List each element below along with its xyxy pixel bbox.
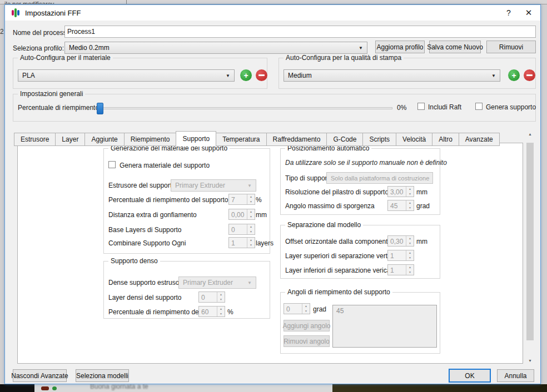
- pillar-resolution-label: Risoluzione del pilastro di supporto: [285, 188, 389, 196]
- spinner-arrows-icon[interactable]: ▲▼: [247, 209, 255, 219]
- profile-select[interactable]: Medio 0.2mm▼: [64, 42, 367, 54]
- scroll-down-icon[interactable]: ▾: [525, 356, 535, 365]
- tab-raffreddamento[interactable]: Raffreddamento: [266, 133, 327, 146]
- spinner-arrows-icon[interactable]: ▲▼: [406, 250, 414, 260]
- close-icon[interactable]: ✕: [520, 5, 537, 21]
- tab-aggiunte[interactable]: Aggiunte: [84, 133, 124, 146]
- remove-angle-button[interactable]: Rimuovi angolo: [284, 335, 330, 347]
- toast-logo: [41, 386, 49, 390]
- dense-layers-spinner[interactable]: 0 ▲▼: [198, 292, 225, 303]
- tab-layer[interactable]: Layer: [55, 133, 85, 146]
- help-button[interactable]: ?: [500, 5, 517, 21]
- combine-support-unit: layers: [256, 239, 274, 247]
- auto-quality-group: Auto-Configura per la qualità di stampa …: [279, 58, 536, 89]
- auto-material-title: Auto-Configura per il materiale: [18, 54, 113, 62]
- support-type-select[interactable]: Solo dalla piattaforma di costruzione▼: [326, 172, 433, 184]
- ok-button[interactable]: OK: [449, 369, 491, 383]
- chevron-down-icon: ▼: [359, 46, 363, 51]
- tab-scripts[interactable]: Scripts: [362, 133, 396, 146]
- lower-separation-label: Layer inferiori di separazione vericale: [285, 267, 396, 274]
- spinner-arrows-icon[interactable]: ▲▼: [406, 265, 414, 275]
- dense-infill-label: Percentuale di riempimento denso: [108, 308, 210, 316]
- remove-profile-button[interactable]: Rimuovi: [486, 41, 536, 53]
- spinner-arrows-icon[interactable]: ▲▼: [247, 224, 255, 234]
- horizontal-offset-spinner[interactable]: 0,30 ▲▼: [387, 235, 414, 247]
- combine-support-label: Combinare Supporto Ogni: [108, 239, 186, 247]
- generate-support-checkbox[interactable]: [475, 103, 483, 110]
- model-separation-title: Separazione dal modello: [285, 221, 363, 229]
- add-material-icon[interactable]: +: [240, 69, 252, 81]
- remove-material-icon[interactable]: [256, 69, 267, 81]
- angles-listbox[interactable]: 45: [332, 305, 437, 348]
- process-name-label: Nome del processo:: [13, 29, 72, 37]
- screen: ile per modificarey 2 Buona giornata a t…: [0, 0, 547, 392]
- add-quality-icon[interactable]: +: [508, 69, 520, 81]
- spinner-arrows-icon[interactable]: ▲▼: [247, 238, 255, 248]
- spinner-arrows-icon[interactable]: ▲▼: [217, 306, 225, 316]
- hide-advanced-button[interactable]: Nascondi Avanzate: [13, 369, 67, 382]
- quality-select[interactable]: Medium▼: [284, 69, 500, 82]
- title-bar[interactable]: Impostazioni FFF ? ✕: [5, 5, 540, 21]
- select-models-button[interactable]: Seleziona modelli: [76, 369, 129, 382]
- tab-riempimento[interactable]: Riempimento: [124, 133, 177, 146]
- pillar-resolution-unit: mm: [416, 188, 427, 196]
- horizontal-offset-label: Offset orizzontale dalla componente: [285, 238, 391, 245]
- background-window-text: ile per modificarey: [4, 1, 54, 4]
- background-window-divider: [126, 0, 127, 4]
- angle-spinner[interactable]: 0 ▲▼: [284, 303, 310, 314]
- spinner-arrows-icon[interactable]: ▲▼: [302, 304, 310, 314]
- angles-list-item[interactable]: 45: [336, 307, 344, 315]
- cancel-button[interactable]: Annulla: [497, 369, 534, 382]
- dense-infill-spinner[interactable]: 60 ▲▼: [198, 306, 225, 317]
- scroll-up-icon[interactable]: ▴: [525, 129, 535, 138]
- infill-slider-handle[interactable]: [97, 103, 103, 114]
- lower-separation-spinner[interactable]: 1 ▲▼: [387, 264, 414, 275]
- dense-infill-unit: %: [227, 308, 233, 316]
- add-angle-button[interactable]: Aggiungi angolo: [284, 320, 330, 331]
- remove-quality-icon[interactable]: [524, 69, 535, 81]
- support-infill-spinner[interactable]: 7 ▲▼: [228, 194, 255, 205]
- generate-support-material-checkbox[interactable]: [108, 161, 116, 168]
- spinner-arrows-icon[interactable]: ▲▼: [217, 292, 225, 302]
- fff-settings-dialog: Impostazioni FFF ? ✕ Nome del processo: …: [4, 4, 541, 384]
- generate-support-material-label: Genera materiale del supporto: [120, 162, 210, 169]
- tab-velocita[interactable]: Velocità: [396, 133, 432, 146]
- support-base-layers-spinner[interactable]: 0 ▲▼: [228, 224, 255, 235]
- support-infill-unit: %: [256, 196, 262, 204]
- background-window-sliver: ile per modificarey: [0, 0, 547, 4]
- angle-unit: grad: [313, 305, 326, 313]
- pillar-resolution-spinner[interactable]: 3,00 ▲▼: [387, 186, 414, 197]
- spinner-arrows-icon[interactable]: ▲▼: [406, 187, 414, 197]
- dense-support-group: Supporto denso Dense supporto estrusore …: [103, 261, 270, 319]
- tab-estrusore[interactable]: Estrusore: [14, 133, 56, 146]
- tab-supporto[interactable]: Supporto: [176, 131, 216, 147]
- combine-support-spinner[interactable]: 1 ▲▼: [228, 237, 255, 248]
- dense-extruder-select[interactable]: Primary Extruder▼: [178, 277, 256, 289]
- max-overhang-spinner[interactable]: 45 ▲▼: [387, 200, 414, 211]
- auto-placement-note: Da utilizzare solo se il supporto manual…: [285, 159, 447, 167]
- tab-altro[interactable]: Altro: [432, 133, 459, 146]
- process-name-input[interactable]: [64, 26, 536, 38]
- material-select[interactable]: PLA▼: [18, 69, 235, 82]
- include-raft-label: Includi Raft: [428, 103, 461, 111]
- tab-gcode[interactable]: G-Code: [326, 133, 363, 146]
- support-extruder-select[interactable]: Primary Extruder▼: [171, 179, 256, 192]
- vertical-scrollbar[interactable]: ▴ ▾: [525, 129, 535, 365]
- generate-support-label: Genera supporto: [486, 103, 536, 111]
- profile-label: Seleziona profilo:: [13, 44, 64, 52]
- upper-separation-spinner[interactable]: 1 ▲▼: [387, 250, 414, 261]
- dense-layers-label: Layer densi del supporto: [108, 294, 181, 301]
- scrollbar-thumb[interactable]: [526, 143, 534, 340]
- update-profile-button[interactable]: Aggiorna profilo: [375, 41, 425, 53]
- save-as-new-button[interactable]: Salva come Nuovo: [429, 41, 481, 53]
- inflation-distance-spinner[interactable]: 0,00 ▲▼: [228, 209, 255, 220]
- spinner-arrows-icon[interactable]: ▲▼: [247, 194, 255, 204]
- spinner-arrows-icon[interactable]: ▲▼: [406, 236, 414, 246]
- spinner-arrows-icon[interactable]: ▲▼: [406, 200, 414, 210]
- background-left-text: 2: [0, 28, 4, 38]
- include-raft-checkbox[interactable]: [417, 103, 425, 110]
- infill-slider-track[interactable]: [97, 107, 392, 109]
- background-toast: Buona giornata a te: [34, 384, 332, 392]
- tab-avanzate[interactable]: Avanzate: [459, 133, 500, 146]
- tab-temperatura[interactable]: Temperatura: [216, 133, 266, 146]
